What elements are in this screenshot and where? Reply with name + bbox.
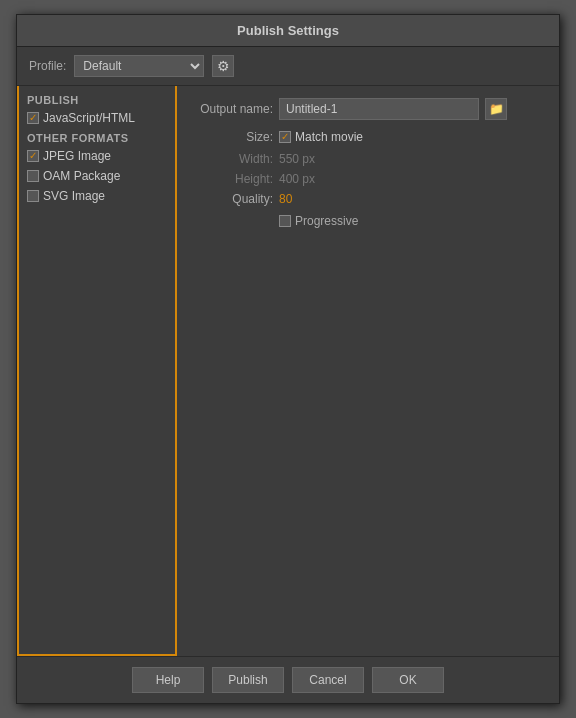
title-bar: Publish Settings [17, 15, 559, 47]
help-button[interactable]: Help [132, 667, 204, 693]
main-area: PUBLISH JavaScript/HTML OTHER FORMATS JP… [17, 86, 559, 656]
svg-image-checkbox[interactable] [27, 190, 39, 202]
progressive-label: Progressive [295, 214, 358, 228]
content-panel: Output name: 📁 Size: Match movie Width: … [177, 86, 559, 656]
progressive-checkbox[interactable] [279, 215, 291, 227]
width-value: 550 px [279, 152, 315, 166]
publish-button[interactable]: Publish [212, 667, 284, 693]
sidebar-item-javascript-html[interactable]: JavaScript/HTML [19, 108, 175, 128]
size-label: Size: [193, 130, 273, 144]
other-formats-section-header: OTHER FORMATS [19, 128, 175, 146]
sidebar-item-oam-package[interactable]: OAM Package [19, 166, 175, 186]
sidebar: PUBLISH JavaScript/HTML OTHER FORMATS JP… [17, 86, 177, 656]
javascript-html-label: JavaScript/HTML [43, 111, 135, 125]
sidebar-item-jpeg-image[interactable]: JPEG Image [19, 146, 175, 166]
oam-package-label: OAM Package [43, 169, 120, 183]
profile-select[interactable]: Default [74, 55, 204, 77]
match-movie-checkbox[interactable] [279, 131, 291, 143]
match-movie-area: Match movie [279, 130, 363, 144]
width-row: Width: 550 px [193, 152, 543, 166]
footer: Help Publish Cancel OK [17, 656, 559, 703]
quality-value: 80 [279, 192, 292, 206]
profile-row: Profile: Default ⚙ [17, 47, 559, 86]
output-name-input[interactable] [279, 98, 479, 120]
quality-row: Quality: 80 [193, 192, 543, 206]
javascript-html-checkbox[interactable] [27, 112, 39, 124]
height-row: Height: 400 px [193, 172, 543, 186]
output-name-label: Output name: [193, 102, 273, 116]
svg-image-label: SVG Image [43, 189, 105, 203]
publish-section-header: PUBLISH [19, 90, 175, 108]
match-movie-label: Match movie [295, 130, 363, 144]
width-label: Width: [193, 152, 279, 166]
folder-icon: 📁 [489, 102, 504, 116]
gear-button[interactable]: ⚙ [212, 55, 234, 77]
height-value: 400 px [279, 172, 315, 186]
dialog-title: Publish Settings [237, 23, 339, 38]
quality-label: Quality: [193, 192, 273, 206]
sidebar-item-svg-image[interactable]: SVG Image [19, 186, 175, 206]
jpeg-image-checkbox[interactable] [27, 150, 39, 162]
size-row: Size: Match movie [193, 130, 543, 144]
height-label: Height: [193, 172, 279, 186]
oam-package-checkbox[interactable] [27, 170, 39, 182]
cancel-button[interactable]: Cancel [292, 667, 364, 693]
jpeg-image-label: JPEG Image [43, 149, 111, 163]
ok-button[interactable]: OK [372, 667, 444, 693]
profile-label: Profile: [29, 59, 66, 73]
publish-settings-dialog: Publish Settings Profile: Default ⚙ PUBL… [16, 14, 560, 704]
gear-icon: ⚙ [217, 58, 230, 74]
output-name-row: Output name: 📁 [193, 98, 543, 120]
folder-button[interactable]: 📁 [485, 98, 507, 120]
progressive-row: Progressive [279, 214, 543, 228]
